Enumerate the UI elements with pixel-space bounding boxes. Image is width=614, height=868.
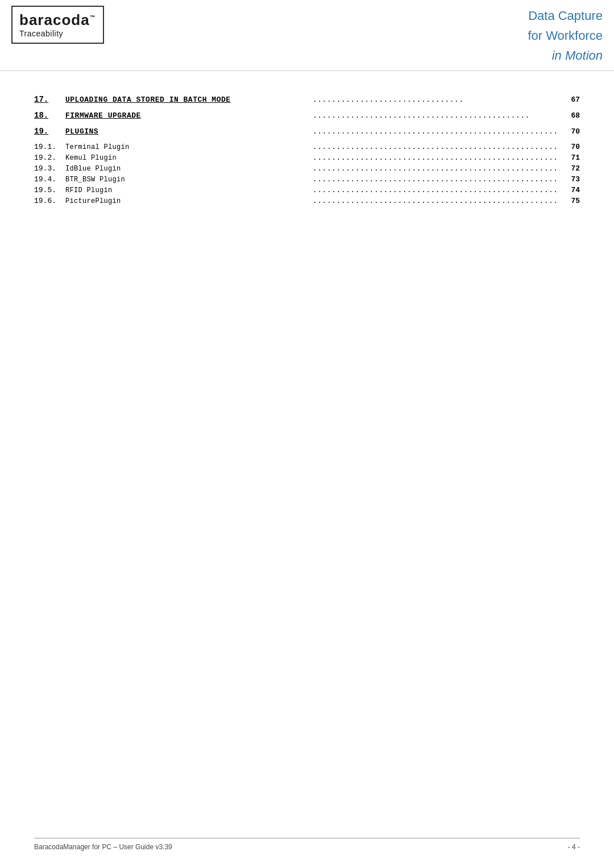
tagline-line1: Data Capture [528,6,603,26]
toc-label: FIRMWARE UPGRADE [65,111,313,120]
logo-text: baracoda™ Traceability [19,11,96,38]
toc-label-sub: IdBlue Plugin [65,165,313,173]
toc-dots: ................................ [313,95,560,104]
toc-dots-sub: ........................................… [313,175,560,184]
toc-dots-sub: ........................................… [313,153,560,162]
toc-page-sub: 71 [560,153,580,162]
logo-sub-brand: Traceability [19,29,96,38]
toc-page: 68 [560,111,580,120]
header-tagline: Data Capture for Workforce in Motion [528,6,603,66]
toc-page-sub: 72 [560,164,580,173]
toc-number-sub: 19.3. [34,164,65,173]
toc-entry-entry-17: 17. UPLOADING DATA STORED IN BATCH MODE … [34,95,580,104]
toc-label: PLUGINS [65,127,313,136]
toc-number-sub: 19.1. [34,143,65,151]
footer-page-number: - 4 - [568,843,580,851]
toc-dots: ........................................… [313,127,560,136]
toc-label-sub: Terminal Plugin [65,143,313,151]
toc-entry-entry-19: 19. PLUGINS ............................… [34,127,580,136]
footer-left-text: BaracodaManager for PC – User Guide v3.3… [34,843,172,851]
trademark-symbol: ™ [90,14,96,20]
toc-label-sub: BTR_BSW Plugin [65,176,313,184]
toc-entry-entry-19-5: 19.5. RFID Plugin ......................… [34,186,580,194]
toc-dots-sub: ........................................… [313,143,560,151]
toc-entry-entry-19-1: 19.1. Terminal Plugin ..................… [34,143,580,151]
tagline-line2: for Workforce [528,26,603,45]
toc-dots-sub: ........................................… [313,164,560,173]
toc-number-sub: 19.6. [34,197,65,205]
logo-area: baracoda™ Traceability [11,6,104,44]
toc-content: 17. UPLOADING DATA STORED IN BATCH MODE … [0,71,614,242]
toc-dots-sub: ........................................… [313,186,560,194]
toc-page-sub: 70 [560,143,580,151]
toc-dots: ........................................… [313,111,560,120]
toc-page: 67 [560,95,580,104]
toc-label-sub: PicturePlugin [65,197,313,205]
toc-page-sub: 75 [560,197,580,205]
toc-page-sub: 74 [560,186,580,194]
toc-number-sub: 19.2. [34,153,65,162]
toc-number: 19. [34,127,65,136]
toc-entry-entry-19-4: 19.4. BTR_BSW Plugin ...................… [34,175,580,184]
toc-label-sub: RFID Plugin [65,186,313,194]
toc-entry-entry-19-3: 19.3. IdBlue Plugin ....................… [34,164,580,173]
toc-number: 17. [34,95,65,104]
toc-number-sub: 19.5. [34,186,65,194]
logo-brand-name: baracoda™ [19,11,96,29]
toc-label-sub: Kemul Plugin [65,154,313,162]
page-header: baracoda™ Traceability Data Capture for … [0,0,614,71]
toc-dots-sub: ........................................… [313,197,560,205]
toc-entry-entry-19-6: 19.6. PicturePlugin ....................… [34,197,580,205]
toc-label: UPLOADING DATA STORED IN BATCH MODE [65,95,313,104]
tagline-line3: in Motion [528,45,603,65]
toc-page-sub: 73 [560,175,580,184]
toc-entry-entry-19-2: 19.2. Kemul Plugin .....................… [34,153,580,162]
toc-entry-entry-18: 18. FIRMWARE UPGRADE ...................… [34,111,580,120]
toc-page: 70 [560,127,580,136]
toc-number-sub: 19.4. [34,175,65,184]
toc-number: 18. [34,111,65,120]
page-footer: BaracodaManager for PC – User Guide v3.3… [34,838,580,851]
